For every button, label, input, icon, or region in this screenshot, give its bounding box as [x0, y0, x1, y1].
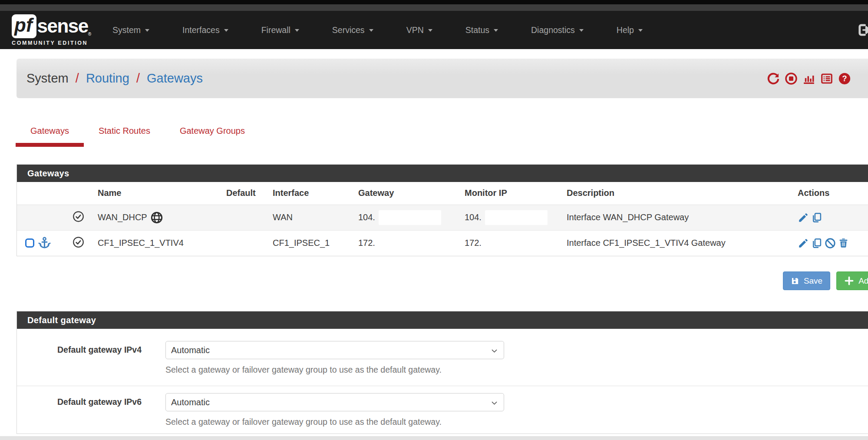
- default-gateway-ipv4-select[interactable]: Automatic: [165, 341, 504, 359]
- gateway-default-cell: [219, 230, 266, 256]
- window-title-strip: [0, 4, 868, 11]
- breadcrumb-link-gateways[interactable]: Gateways: [147, 71, 203, 85]
- table-row: WAN_DHCP WAN 104. 104.: [17, 205, 868, 230]
- nav-item-label: Services: [332, 25, 365, 35]
- nav-item-vpn[interactable]: VPN: [390, 20, 449, 40]
- save-button-label: Save: [804, 276, 822, 286]
- breadcrumb-link-routing[interactable]: Routing: [86, 71, 129, 85]
- redacted-value: [485, 236, 548, 251]
- gateway-address: 104.: [358, 212, 375, 222]
- nav-item-label: VPN: [406, 25, 424, 35]
- field-label: Default gateway IPv6: [17, 393, 165, 427]
- stop-circle-icon[interactable]: [785, 72, 798, 85]
- chevron-down-icon: [494, 29, 498, 32]
- top-navbar: pf sense ® COMMUNITY EDITION System Inte…: [0, 11, 868, 49]
- window-bottom-strip: [0, 436, 868, 440]
- breadcrumb-separator: /: [133, 71, 143, 85]
- refresh-icon[interactable]: [767, 72, 780, 85]
- redacted-value: [379, 236, 441, 251]
- monitor-ip: 172.: [465, 238, 482, 248]
- nav-item-status[interactable]: Status: [449, 20, 515, 40]
- logo-sense: sense: [37, 15, 88, 37]
- edit-icon[interactable]: [798, 212, 809, 223]
- gateway-address-cell: 172.: [351, 230, 458, 256]
- nav-item-services[interactable]: Services: [316, 20, 390, 40]
- gateways-panel: Gateways Name Default Interface Gateway …: [17, 164, 868, 256]
- nav-item-label: Interfaces: [182, 25, 220, 35]
- nav-item-label: System: [112, 25, 141, 35]
- help-icon[interactable]: ?: [838, 72, 851, 85]
- main-menu: System Interfaces Firewall Services VPN …: [96, 20, 659, 40]
- header-action-icons: ?: [767, 72, 851, 85]
- copy-icon[interactable]: [811, 238, 822, 249]
- default-gateway-panel-title: Default gateway: [17, 311, 868, 329]
- disable-icon[interactable]: [825, 238, 836, 249]
- nav-item-firewall[interactable]: Firewall: [245, 20, 316, 40]
- gateway-name: WAN_DHCP: [98, 212, 147, 222]
- table-row: CF1_IPSEC_1_VTIV4 CF1_IPSEC_1 172. 172. …: [17, 230, 868, 256]
- col-actions: Actions: [791, 182, 868, 205]
- logo-edition: COMMUNITY EDITION: [12, 40, 93, 46]
- col-status: [66, 182, 91, 205]
- edit-icon[interactable]: [798, 238, 809, 249]
- row-select-cell: [17, 205, 66, 230]
- default-gateway-ipv6-row: Default gateway IPv6 Automatic Select a …: [17, 386, 868, 433]
- gateway-actions-cell: [791, 205, 868, 230]
- gateway-name-cell: CF1_IPSEC_1_VTIV4: [91, 230, 219, 256]
- breadcrumb: System / Routing / Gateways: [26, 71, 203, 86]
- copy-icon[interactable]: [811, 212, 822, 223]
- gateway-description-cell: Interface WAN_DHCP Gateway: [560, 205, 791, 230]
- col-description: Description: [560, 182, 791, 205]
- status-online-icon: [73, 211, 84, 222]
- svg-text:?: ?: [842, 74, 847, 83]
- chevron-down-icon: [428, 29, 432, 32]
- col-name: Name: [91, 182, 219, 205]
- monitor-ip-cell: 104.: [458, 205, 560, 230]
- log-icon[interactable]: [820, 72, 833, 85]
- bar-chart-icon[interactable]: [802, 72, 815, 85]
- monitor-ip: 104.: [465, 212, 482, 222]
- gateway-default-cell: [219, 205, 266, 230]
- gateway-interface-cell: WAN: [266, 205, 351, 230]
- monitor-ip-cell: 172.: [458, 230, 560, 256]
- gateway-description-cell: Interface CF1_IPSEC_1_VTIV4 Gateway: [560, 230, 791, 256]
- plus-icon: [844, 276, 854, 286]
- tab-label: Static Routes: [99, 126, 150, 136]
- gateways-table: Name Default Interface Gateway Monitor I…: [17, 182, 868, 256]
- nav-item-help[interactable]: Help: [600, 20, 659, 40]
- anchor-icon: [38, 236, 51, 250]
- nav-item-diagnostics[interactable]: Diagnostics: [515, 20, 600, 40]
- breadcrumb-section: System: [26, 71, 69, 85]
- gateway-interface-cell: CF1_IPSEC_1: [266, 230, 351, 256]
- default-gateway-ipv4-row: Default gateway IPv4 Automatic Select a …: [17, 329, 868, 386]
- sign-out-icon[interactable]: [857, 23, 868, 37]
- nav-item-label: Help: [617, 25, 634, 35]
- window-top-strip: [0, 0, 868, 4]
- default-gateway-ipv6-select[interactable]: Automatic: [165, 393, 504, 411]
- gateway-address: 172.: [358, 238, 375, 248]
- tab-static-routes[interactable]: Static Routes: [84, 122, 165, 147]
- col-interface: Interface: [266, 182, 351, 205]
- nav-item-label: Diagnostics: [531, 25, 575, 35]
- table-header-row: Name Default Interface Gateway Monitor I…: [17, 182, 868, 205]
- nav-item-label: Status: [465, 25, 489, 35]
- redacted-value: [379, 210, 441, 225]
- logo-pf: pf: [12, 14, 36, 38]
- delete-icon[interactable]: [838, 238, 849, 248]
- redacted-value: [485, 210, 548, 225]
- nav-item-system[interactable]: System: [96, 20, 166, 40]
- tab-gateway-groups[interactable]: Gateway Groups: [165, 122, 260, 147]
- chevron-down-icon: [145, 29, 149, 32]
- col-monitor-ip: Monitor IP: [458, 182, 560, 205]
- tab-label: Gateways: [30, 126, 69, 136]
- checkbox-icon[interactable]: [25, 238, 34, 248]
- add-button[interactable]: Add: [836, 271, 868, 290]
- tab-gateways[interactable]: Gateways: [16, 122, 84, 147]
- pfsense-logo[interactable]: pf sense ® COMMUNITY EDITION: [12, 14, 93, 46]
- breadcrumb-separator: /: [72, 71, 83, 85]
- status-online-icon: [73, 236, 84, 248]
- nav-item-label: Firewall: [261, 25, 290, 35]
- nav-item-interfaces[interactable]: Interfaces: [166, 20, 245, 40]
- save-button[interactable]: Save: [783, 271, 830, 290]
- page-header-panel: System / Routing / Gateways ?: [17, 59, 868, 98]
